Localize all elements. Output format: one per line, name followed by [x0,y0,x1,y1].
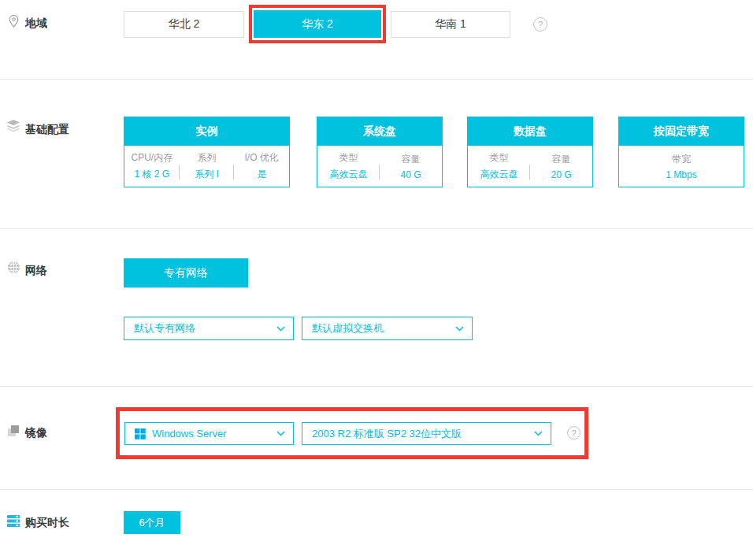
location-pin-icon [6,14,20,28]
chevron-down-icon [276,431,285,436]
network-section-label: 网络 [25,263,47,277]
config-field: 容量40 G [380,146,442,187]
os-version-select-value: 2003 R2 标准版 SP2 32位中文版 [312,427,534,441]
help-glyph: ? [571,428,576,438]
config-card-body: CPU/内存1 核 2 G系列系列 II/O 优化是 [124,146,289,187]
help-glyph: ? [538,20,543,29]
config-field-label: 系列 [198,151,217,165]
config-card-title: 按固定带宽 [619,117,744,146]
config-field-label: CPU/内存 [132,151,173,165]
vpc-type-button[interactable]: 专有网络 [124,258,248,287]
config-field-value: 40 G [400,169,421,180]
region-tab-huanan-1[interactable]: 华南 1 [391,11,510,38]
config-field: I/O 优化是 [234,146,289,187]
config-card-body: 类型高效云盘容量20 G [468,146,592,187]
config-field-label: 容量 [402,153,421,166]
config-field-label: I/O 优化 [245,151,279,165]
vpc-select[interactable]: 默认专有网络 [124,317,294,340]
os-version-select[interactable]: 2003 R2 标准版 SP2 32位中文版 [302,422,551,445]
os-select[interactable]: Windows Server [124,422,294,445]
config-field: CPU/内存1 核 2 G [124,146,180,187]
config-card-body: 带宽1 Mbps [619,146,744,187]
duration-6-months-button[interactable]: 6个月 [124,511,180,534]
config-field-value: 高效云盘 [330,168,368,181]
section-divider [0,489,753,490]
duration-section-label: 购买时长 [25,515,69,529]
config-field-value: 是 [257,168,266,181]
windows-logo-icon [135,428,146,439]
config-field-label: 容量 [552,153,571,166]
server-stack-icon [6,514,20,528]
section-divider [0,79,753,80]
config-field: 类型高效云盘 [468,146,530,187]
config-card[interactable]: 按固定带宽带宽1 Mbps [618,117,744,187]
config-field: 类型高效云盘 [317,146,380,187]
vswitch-select[interactable]: 默认虚拟交换机 [302,317,473,340]
region-tab-huadong-2[interactable]: 华东 2 [254,10,381,38]
chevron-down-icon [534,431,543,436]
config-field: 系列系列 I [180,146,235,187]
vswitch-select-value: 默认虚拟交换机 [312,321,455,336]
chevron-down-icon [276,326,285,332]
config-field-value: 1 Mbps [666,169,696,180]
image-section-label: 镜像 [25,425,47,439]
config-card-title: 数据盘 [468,117,592,146]
config-card[interactable]: 实例CPU/内存1 核 2 G系列系列 II/O 优化是 [124,117,290,187]
config-card-body: 类型高效云盘容量40 G [317,146,442,187]
ecs-purchase-config-page: 地域 华北 2 华东 2 华南 1 ? 基础配置 实例CPU/内存1 核 2 G… [0,0,753,560]
region-tab-label: 华东 2 [302,17,333,32]
section-divider [0,228,753,229]
region-help-icon[interactable]: ? [533,17,547,32]
region-tab-label: 华北 2 [169,17,200,32]
chevron-down-icon [455,326,464,332]
config-field-value: 20 G [551,169,571,180]
config-card-title: 系统盘 [317,117,442,146]
mirror-image-icon [6,424,20,438]
config-cards: 实例CPU/内存1 核 2 G系列系列 II/O 优化是系统盘类型高效云盘容量4… [0,117,753,187]
region-section-label: 地域 [25,16,47,30]
config-field-label: 类型 [490,151,509,165]
region-tab-label: 华南 1 [435,17,466,32]
config-card-title: 实例 [124,117,289,146]
section-divider [0,386,753,387]
config-field: 带宽1 Mbps [619,146,744,187]
config-card[interactable]: 数据盘类型高效云盘容量20 G [467,117,593,187]
config-field-label: 类型 [339,151,358,165]
config-field-value: 1 核 2 G [134,168,169,181]
vpc-select-value: 默认专有网络 [134,321,276,336]
config-field: 容量20 G [530,146,592,187]
config-field-value: 高效云盘 [480,168,518,181]
region-tab-huabei-2[interactable]: 华北 2 [124,11,244,38]
os-select-value: Windows Server [152,428,276,439]
config-field-label: 带宽 [672,153,691,166]
image-help-icon[interactable]: ? [567,426,581,439]
globe-icon [6,260,20,274]
config-field-value: 系列 I [195,168,219,181]
config-card[interactable]: 系统盘类型高效云盘容量40 G [317,117,443,187]
